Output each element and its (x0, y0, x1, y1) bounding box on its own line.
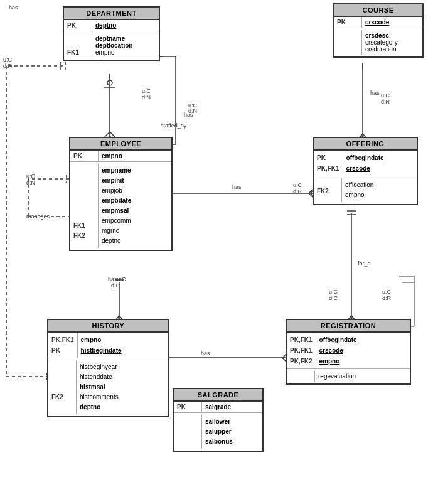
dept-deptname: deptname (95, 35, 132, 42)
label-dr-reg: d:R (382, 295, 391, 301)
entity-employee-title: EMPLOYEE (70, 138, 171, 151)
label-dc-hist: d:C (111, 282, 120, 289)
emp-empno: empno (102, 153, 122, 159)
off-offbegindate: offbegindate (346, 153, 384, 163)
reg-empno: empno (319, 356, 357, 367)
reg-pkfk2-label: PK,FK2 (290, 356, 313, 367)
entity-employee: EMPLOYEE PK empno FK1 FK2 empname empini… (69, 137, 173, 251)
emp-empname: empname (102, 166, 131, 176)
entity-department-title: DEPARTMENT (64, 8, 159, 20)
entity-salgrade: SALGRADE PK salgrade sallower salupper s… (173, 388, 264, 452)
label-has-hist-reg: has (201, 350, 210, 357)
course-crscode: crscode (365, 19, 389, 26)
dept-pk-label: PK (67, 22, 88, 29)
emp-pk-label: PK (73, 153, 95, 159)
label-staffed-by: staffed_by (161, 122, 186, 129)
off-empno: empno (345, 190, 373, 200)
course-crsdesc: crsdesc (365, 32, 398, 39)
label-uc-left: u:C (26, 173, 35, 180)
emp-fk1-label: FK1 (73, 221, 95, 231)
reg-pkfk1b-label: PK,FK1 (290, 345, 313, 356)
label-has-left: has (9, 4, 18, 11)
hist-pk-label: PK (51, 345, 74, 356)
off-fk2-label: FK2 (317, 188, 338, 195)
reg-offbegindate: offbegindate (319, 335, 357, 345)
entity-course-title: COURSE (334, 4, 422, 17)
entity-registration-title: REGISTRATION (287, 320, 410, 333)
dept-deptno: deptno (95, 22, 116, 29)
hist-deptno: deptno (80, 402, 119, 412)
sal-sallower: sallower (205, 417, 233, 427)
hist-fk2-label: FK2 (51, 392, 73, 402)
dept-fk1-label: FK1 (67, 49, 88, 56)
label-uc-dept-left: u:C (3, 56, 12, 63)
label-manages: manages (26, 213, 50, 220)
hist-histbeginyear: histbeginyear (80, 362, 119, 372)
off-pkfk1-label: PK,FK1 (317, 163, 339, 174)
dept-deptlocation: deptlocation (95, 42, 132, 49)
emp-empmsal: empmsal (102, 206, 131, 216)
course-crscategory: crscategory (365, 39, 398, 46)
emp-empcomm: empcomm (102, 216, 131, 226)
hist-histcomments: histcomments (80, 392, 119, 402)
hist-histbegindate: histbegindate (81, 345, 122, 356)
course-pk-label: PK (337, 19, 358, 26)
entity-history: HISTORY PK,FK1 PK empno histbegindate FK… (47, 319, 169, 417)
label-for-a: for_a (358, 260, 371, 267)
emp-mgrno: mgrno (102, 226, 131, 236)
label-uc-1: u:C (142, 88, 151, 94)
emp-deptno: deptno (102, 236, 131, 246)
entity-registration: REGISTRATION PK,FK1 PK,FK1 PK,FK2 offbeg… (286, 319, 411, 385)
label-dn-2: d:N (188, 108, 197, 114)
hist-histmsal: histmsal (80, 382, 119, 392)
course-crsduration: crsduration (365, 46, 398, 53)
diagram-container: staffed_by has u:C d:N u:C d:N u:C d:N m… (0, 0, 433, 504)
emp-fk2-label: FK2 (73, 231, 95, 241)
off-crscode: crscode (346, 163, 384, 174)
reg-pkfk1-label: PK,FK1 (290, 335, 313, 345)
entity-offering-title: OFFERING (314, 138, 417, 151)
hist-pkfk1-label: PK,FK1 (51, 335, 74, 345)
sal-salgrade: salgrade (205, 404, 231, 410)
dept-empno: empno (95, 49, 132, 56)
reg-regevaluation: regevaluation (318, 373, 356, 380)
label-uc-emp-off: u:C (293, 182, 302, 188)
sal-pk-label: PK (177, 404, 198, 410)
entity-offering: OFFERING PK PK,FK1 offbegindate crscode … (313, 137, 418, 205)
sal-salupper: salupper (205, 427, 233, 437)
label-dr-emp-off: d:R (293, 188, 302, 195)
label-dr-dept-left: d:R (3, 63, 12, 69)
hist-histenddate: histenddate (80, 372, 119, 382)
entity-department: DEPARTMENT PK deptno FK1 deptname deptlo… (63, 6, 160, 61)
svg-point-5 (107, 80, 112, 85)
entity-salgrade-title: SALGRADE (174, 389, 262, 402)
label-has-emp-off: has (232, 184, 242, 190)
sal-salbonus: salbonus (205, 437, 233, 447)
reg-crscode: crscode (319, 345, 357, 356)
entity-history-title: HISTORY (48, 320, 168, 333)
entity-course: COURSE PK crscode crsdesc crscategory cr… (333, 3, 424, 58)
off-offlocation: offlocation (345, 180, 373, 190)
label-dc-for-a: d:C (329, 295, 338, 301)
emp-empbdate: empbdate (102, 196, 131, 206)
label-uc-reg: u:C (382, 289, 391, 295)
label-uc-for-a: u:C (329, 289, 338, 295)
label-hasu-c: hasu:C (108, 276, 126, 282)
hist-empno: empno (81, 335, 122, 345)
label-uc-course: u:C (381, 92, 390, 99)
label-dn-left: d:N (26, 180, 35, 186)
off-pk-label: PK (317, 153, 339, 163)
label-has-course-off: has (370, 90, 380, 96)
emp-empinit: empinit (102, 176, 131, 186)
label-dr-course: d:R (381, 99, 390, 105)
label-dn-1: d:N (142, 94, 151, 100)
emp-empjob: empjob (102, 186, 131, 196)
